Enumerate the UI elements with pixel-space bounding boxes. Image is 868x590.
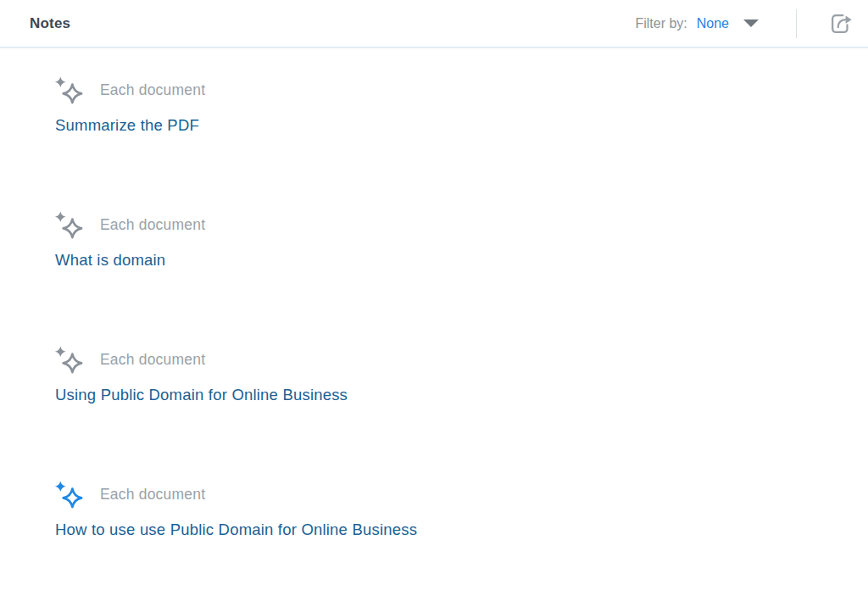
note-scope-label: Each document <box>100 81 205 99</box>
share-export-icon <box>828 11 854 36</box>
note-scope-label: Each document <box>100 351 205 369</box>
filter-selected-value[interactable]: None <box>697 16 729 31</box>
note-item: Each document What is domain <box>55 210 851 270</box>
chevron-down-icon[interactable] <box>743 19 759 27</box>
note-item-header: Each document <box>53 75 851 105</box>
ai-sparkle-icon <box>53 345 85 375</box>
note-item-header: Each document <box>53 210 851 240</box>
header-divider <box>796 9 797 38</box>
ai-sparkle-icon <box>53 210 85 240</box>
note-scope-label: Each document <box>100 216 205 234</box>
note-item-header: Each document <box>53 345 851 375</box>
note-item-header: Each document <box>53 480 851 509</box>
note-title-link[interactable]: Using Public Domain for Online Business <box>55 386 348 404</box>
page-title: Notes <box>30 15 70 32</box>
ai-sparkle-icon <box>53 480 85 509</box>
note-title-link[interactable]: How to use use Public Domain for Online … <box>55 520 417 539</box>
note-scope-label: Each document <box>100 486 205 504</box>
notes-list: Each document Summarize the PDF Each doc… <box>0 48 868 539</box>
notes-header: Notes Filter by: None <box>0 0 868 48</box>
note-title-link[interactable]: What is domain <box>55 251 165 270</box>
note-item: Each document Using Public Domain for On… <box>55 345 851 404</box>
note-item: Each document How to use use Public Doma… <box>55 480 851 539</box>
note-title-link[interactable]: Summarize the PDF <box>55 116 199 135</box>
header-actions: Filter by: None <box>635 5 860 42</box>
share-export-button[interactable] <box>822 5 860 42</box>
note-item: Each document Summarize the PDF <box>55 75 851 135</box>
filter-dropdown[interactable]: None <box>687 16 759 31</box>
filter-by-label: Filter by: <box>635 16 687 31</box>
ai-sparkle-icon <box>53 75 85 105</box>
